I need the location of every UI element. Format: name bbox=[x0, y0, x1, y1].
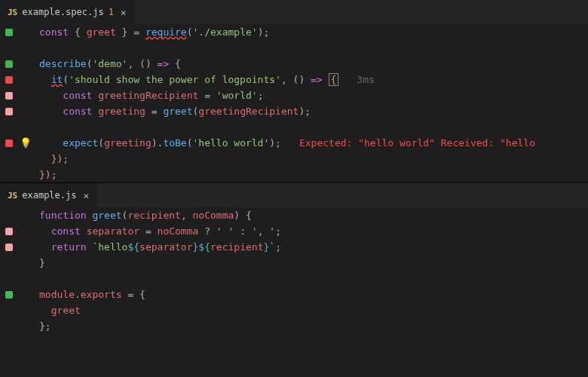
close-icon[interactable]: × bbox=[118, 6, 129, 19]
code-content-bottom[interactable]: function greet(recipient, noComma) { con… bbox=[33, 207, 588, 334]
tab-example-js[interactable]: JS example.js × bbox=[0, 183, 98, 207]
tab-filename: example.spec.js bbox=[22, 7, 103, 17]
editor-top[interactable]: 💡 const { greet } = require('./example')… bbox=[0, 24, 588, 182]
editor-bottom[interactable]: function greet(recipient, noComma) { con… bbox=[0, 207, 588, 334]
js-icon: JS bbox=[8, 8, 17, 17]
code-line: }); bbox=[39, 167, 588, 182]
tab-example-spec[interactable]: JS example.spec.js 1 × bbox=[0, 0, 136, 24]
code-line bbox=[39, 40, 588, 56]
close-icon[interactable]: × bbox=[81, 189, 92, 202]
code-line: const { greet } = require('./example'); bbox=[39, 24, 588, 40]
editor-pane-top: JS example.spec.js 1 × 💡 const { greet }… bbox=[0, 0, 588, 182]
tab-dirty-indicator: 1 bbox=[109, 7, 114, 17]
test-pass-icon bbox=[5, 29, 13, 36]
js-icon: JS bbox=[8, 191, 17, 201]
code-content-top[interactable]: const { greet } = require('./example'); … bbox=[33, 24, 588, 182]
code-line bbox=[39, 119, 588, 135]
coverage-icon bbox=[5, 108, 13, 115]
code-line: const greeting = greet(greetingRecipient… bbox=[39, 103, 588, 119]
inline-error-hint: Expected: "hello world" Received: "hello bbox=[299, 137, 535, 149]
code-line: const separator = noComma ? ' ' : ', '; bbox=[39, 223, 588, 239]
editor-pane-bottom: JS example.js × function greet(recipient… bbox=[0, 182, 588, 377]
breakpoint-gutter[interactable] bbox=[0, 207, 18, 334]
inline-timing-hint: 3ms bbox=[357, 74, 374, 85]
breakpoint-gutter[interactable] bbox=[0, 24, 18, 182]
test-fail-icon bbox=[5, 76, 13, 84]
tab-filename: example.js bbox=[22, 190, 76, 201]
code-line: function greet(recipient, noComma) { bbox=[39, 207, 588, 223]
code-line: expect(greeting).toBe('hello world');Exp… bbox=[39, 135, 588, 151]
code-line bbox=[39, 271, 588, 287]
coverage-icon bbox=[5, 244, 13, 251]
coverage-icon bbox=[5, 92, 13, 100]
code-line: module.exports = { bbox=[39, 287, 588, 302]
code-line: it('should show the power of logpoints',… bbox=[39, 72, 588, 87]
test-pass-icon bbox=[5, 60, 13, 68]
test-fail-icon bbox=[5, 139, 13, 147]
code-line: } bbox=[39, 255, 588, 271]
code-line: describe('demo', () => { bbox=[39, 56, 588, 72]
glyph-gutter[interactable]: 💡 bbox=[18, 24, 33, 182]
lightbulb-icon[interactable]: 💡 bbox=[20, 137, 32, 149]
code-line: return `hello${separator}${recipient}`; bbox=[39, 239, 588, 255]
code-line: const greetingRecipient = 'world'; bbox=[39, 87, 588, 103]
tabbar-bottom: JS example.js × bbox=[0, 183, 588, 207]
code-line: }); bbox=[39, 151, 588, 167]
tabbar-top: JS example.spec.js 1 × bbox=[0, 0, 588, 24]
test-pass-icon bbox=[5, 291, 13, 299]
glyph-gutter[interactable] bbox=[18, 207, 33, 334]
code-line: greet bbox=[39, 302, 588, 318]
code-line: }; bbox=[39, 318, 588, 334]
coverage-icon bbox=[5, 228, 13, 235]
